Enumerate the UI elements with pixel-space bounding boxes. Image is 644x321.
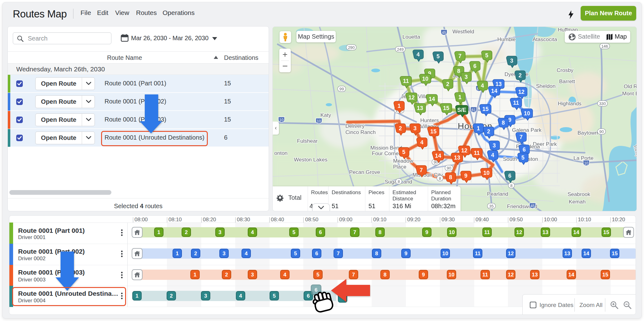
- svg-text:Four Corners: Four Corners: [372, 151, 403, 156]
- svg-text:6: 6: [508, 173, 511, 179]
- svg-text:Mont Belvieu: Mont Belvieu: [622, 91, 637, 97]
- svg-text:Seabrook: Seabrook: [568, 191, 590, 197]
- svg-text:6: 6: [473, 63, 476, 69]
- svg-text:Sheldon: Sheldon: [536, 83, 555, 89]
- svg-text:15: 15: [443, 105, 449, 111]
- svg-text:Place: Place: [393, 164, 407, 170]
- svg-text:1: 1: [458, 94, 461, 100]
- svg-text:10: 10: [279, 118, 284, 122]
- svg-text:Atascocita: Atascocita: [533, 36, 557, 42]
- svg-text:10: 10: [584, 161, 588, 165]
- svg-text:Weston Lakes: Weston Lakes: [294, 157, 327, 163]
- svg-text:4: 4: [491, 152, 494, 158]
- svg-text:Delivery: Delivery: [345, 123, 365, 129]
- svg-text:8: 8: [510, 183, 512, 188]
- svg-text:Barrett: Barrett: [559, 79, 575, 84]
- svg-text:Pecan Grove: Pecan Grove: [349, 169, 380, 175]
- svg-text:Louetta: Louetta: [402, 34, 420, 40]
- svg-text:9: 9: [464, 173, 467, 179]
- svg-text:3: 3: [493, 142, 496, 149]
- svg-text:8: 8: [439, 176, 441, 181]
- svg-text:99: 99: [339, 87, 344, 91]
- svg-text:4: 4: [481, 83, 484, 89]
- svg-text:11: 11: [403, 78, 409, 84]
- svg-text:Humble: Humble: [497, 36, 516, 42]
- svg-text:Cinco Ranch: Cinco Ranch: [345, 129, 376, 135]
- svg-text:7: 7: [458, 53, 461, 59]
- svg-text:8: 8: [502, 120, 505, 126]
- svg-text:10: 10: [422, 76, 428, 82]
- svg-text:8: 8: [449, 174, 452, 180]
- svg-text:146: 146: [601, 44, 608, 49]
- svg-text:90: 90: [447, 166, 451, 170]
- svg-text:2: 2: [487, 128, 490, 135]
- svg-text:Kemah: Kemah: [569, 199, 586, 205]
- svg-text:2: 2: [399, 125, 402, 132]
- svg-text:Hunters: Hunters: [420, 117, 439, 123]
- svg-text:5: 5: [485, 52, 488, 59]
- svg-text:4: 4: [417, 51, 420, 58]
- svg-text:Katy: Katy: [320, 112, 331, 118]
- svg-text:330: 330: [599, 101, 606, 106]
- svg-text:6: 6: [523, 146, 526, 153]
- svg-text:11: 11: [513, 100, 519, 106]
- svg-text:10: 10: [524, 110, 530, 117]
- svg-text:Fulshear: Fulshear: [297, 138, 318, 144]
- svg-text:Westfield: Westfield: [452, 29, 474, 35]
- svg-text:14: 14: [429, 96, 435, 102]
- svg-text:10: 10: [317, 119, 321, 123]
- svg-text:35: 35: [489, 204, 494, 208]
- svg-text:12: 12: [518, 89, 524, 95]
- svg-text:15: 15: [430, 128, 437, 135]
- svg-text:2: 2: [446, 81, 449, 87]
- svg-text:249: 249: [397, 47, 404, 52]
- svg-text:10: 10: [483, 170, 490, 176]
- svg-text:Crosby: Crosby: [557, 67, 573, 73]
- svg-text:2: 2: [519, 72, 522, 79]
- svg-text:5: 5: [402, 149, 405, 155]
- svg-text:290: 290: [348, 45, 355, 50]
- svg-text:14: 14: [435, 153, 441, 159]
- svg-text:Pearland: Pearland: [487, 191, 508, 197]
- svg-text:12: 12: [408, 94, 415, 101]
- svg-text:S/E: S/E: [457, 107, 466, 113]
- svg-text:45: 45: [530, 204, 535, 208]
- svg-text:14: 14: [491, 88, 497, 94]
- svg-text:61: 61: [471, 108, 476, 112]
- svg-text:Highlands: Highlands: [558, 101, 582, 107]
- svg-text:13: 13: [454, 155, 460, 161]
- svg-text:7: 7: [520, 134, 523, 140]
- svg-text:1: 1: [477, 125, 480, 132]
- svg-text:4: 4: [420, 139, 423, 146]
- svg-text:3: 3: [413, 125, 417, 132]
- svg-text:Old River-Win: Old River-Win: [624, 84, 637, 89]
- svg-text:Baytown: Baytown: [578, 130, 598, 136]
- svg-text:90: 90: [599, 129, 604, 134]
- svg-text:Meadow: Meadow: [393, 158, 413, 164]
- svg-text:15: 15: [482, 106, 489, 112]
- svg-text:3: 3: [510, 58, 513, 64]
- svg-text:Mission Bend: Mission Bend: [370, 145, 402, 151]
- svg-text:12: 12: [461, 147, 467, 154]
- svg-text:13: 13: [417, 105, 423, 111]
- svg-text:Galena Park: Galena Park: [512, 127, 542, 133]
- svg-text:8: 8: [457, 68, 460, 74]
- svg-text:8: 8: [398, 179, 400, 184]
- svg-text:7: 7: [420, 167, 423, 173]
- svg-text:5: 5: [437, 53, 440, 60]
- svg-text:45: 45: [442, 31, 446, 35]
- svg-text:3: 3: [465, 74, 468, 80]
- svg-text:11: 11: [474, 150, 480, 156]
- svg-text:onton: onton: [274, 150, 288, 156]
- svg-text:1: 1: [398, 103, 401, 109]
- svg-text:5: 5: [521, 155, 524, 161]
